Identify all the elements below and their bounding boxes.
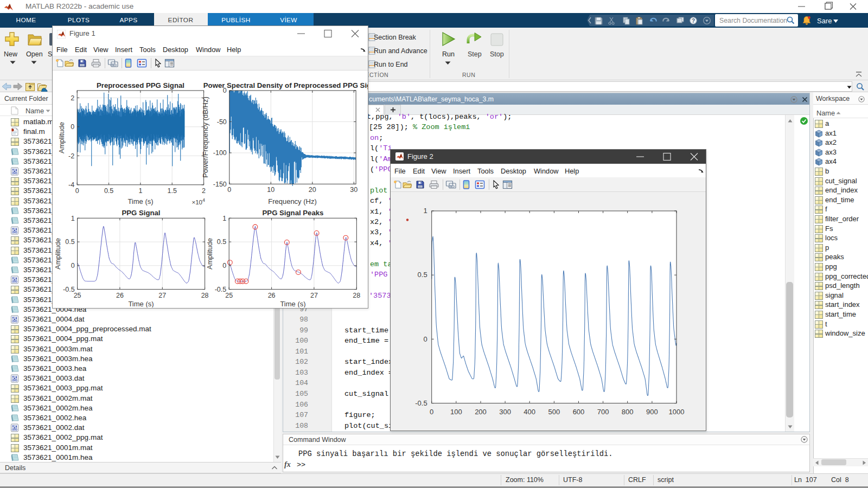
svg-text:-100: -100 (213, 149, 227, 157)
svg-text:PPG Signal: PPG Signal (122, 209, 160, 217)
svg-text:-0.5: -0.5 (415, 399, 427, 407)
svg-text:26: 26 (268, 292, 276, 299)
svg-text:27: 27 (310, 292, 318, 299)
svg-text:2: 2 (71, 94, 74, 102)
svg-text:2: 2 (202, 187, 206, 195)
svg-text:25: 25 (74, 292, 81, 299)
svg-text:0.5: 0.5 (104, 187, 113, 195)
svg-text:Amplitude: Amplitude (58, 122, 66, 153)
svg-text:-0.5: -0.5 (63, 286, 75, 293)
svg-text:1: 1 (423, 207, 427, 215)
svg-text:30: 30 (350, 186, 358, 194)
svg-text:0.5: 0.5 (217, 238, 226, 246)
svg-text:-2: -2 (68, 152, 74, 160)
svg-text:1: 1 (138, 187, 142, 195)
svg-text:0: 0 (71, 262, 75, 269)
svg-text:Time (s): Time (s) (127, 197, 153, 206)
svg-text:200: 200 (475, 408, 487, 416)
svg-text:100: 100 (450, 408, 462, 416)
svg-text:-50: -50 (217, 118, 227, 126)
svg-text:Amplitude: Amplitude (54, 238, 62, 269)
svg-text:1: 1 (222, 215, 226, 222)
svg-text:Power/Frequency (dB/Hz): Power/Frequency (dB/Hz) (201, 97, 209, 178)
svg-text:28: 28 (353, 292, 360, 299)
svg-text:0: 0 (71, 123, 74, 131)
svg-text:27: 27 (158, 292, 166, 299)
svg-text:25: 25 (225, 292, 233, 299)
svg-text:Frequency (Hz): Frequency (Hz) (268, 197, 317, 206)
svg-text:-150: -150 (213, 181, 227, 188)
svg-text:Preprocessed PPG Signal: Preprocessed PPG Signal (97, 81, 184, 89)
svg-text:20: 20 (309, 186, 316, 194)
svg-text:700: 700 (597, 408, 609, 416)
svg-text:0: 0 (227, 186, 231, 194)
svg-text:-0.5: -0.5 (215, 286, 227, 293)
svg-text:Time (s): Time (s) (128, 300, 154, 307)
svg-text:1.5: 1.5 (168, 187, 177, 195)
svg-text:600: 600 (573, 408, 585, 416)
svg-text:28: 28 (201, 292, 209, 299)
svg-text:1: 1 (71, 215, 75, 222)
svg-text:PPG Signal Peaks: PPG Signal Peaks (263, 209, 324, 217)
svg-text:Amplitude: Amplitude (206, 238, 214, 269)
svg-text:1000: 1000 (669, 408, 685, 416)
svg-text:0.5: 0.5 (418, 271, 427, 279)
svg-text:0: 0 (423, 335, 427, 343)
svg-text:Power Spectral Density of Prep: Power Spectral Density of Preprocessed P… (203, 81, 368, 89)
svg-text:-4: -4 (68, 181, 74, 189)
svg-text:500: 500 (548, 408, 560, 416)
svg-text:0: 0 (430, 408, 433, 416)
svg-text:0.5: 0.5 (65, 238, 74, 246)
svg-text:400: 400 (524, 408, 535, 416)
svg-text:10: 10 (267, 186, 275, 194)
svg-text:Time (s): Time (s) (280, 300, 305, 307)
svg-text:26: 26 (116, 292, 124, 299)
svg-text:300: 300 (499, 408, 511, 416)
svg-text:0: 0 (75, 187, 79, 195)
svg-text:?: ? (692, 18, 695, 24)
svg-text:0: 0 (222, 262, 226, 269)
svg-text:900: 900 (646, 408, 658, 416)
svg-text:800: 800 (622, 408, 634, 416)
